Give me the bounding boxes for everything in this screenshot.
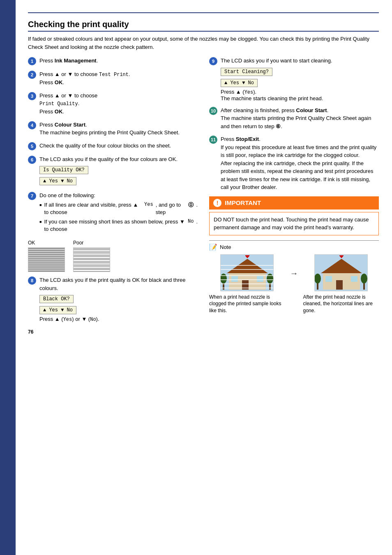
svg-rect-22 xyxy=(325,276,332,282)
nav-yes-no-9: ▲ Yes ▼ No xyxy=(221,79,258,87)
note-after-caption: After the print head nozzle is cleaned, … xyxy=(303,294,379,314)
svg-rect-12 xyxy=(221,275,274,276)
step-9: 9 The LCD asks you if you want to start … xyxy=(209,57,379,101)
step-num-10: 10 xyxy=(209,107,217,115)
step-9-text: The LCD asks you if you want to start cl… xyxy=(221,58,332,64)
ok-pattern xyxy=(28,247,65,272)
step-1-content: Press Ink Management. xyxy=(39,57,198,65)
ok-block: OK xyxy=(28,240,65,272)
step-6-nav: ▲ Yes ▼ No xyxy=(39,177,198,185)
step-8-content: The LCD asks you if the print quality is… xyxy=(39,276,198,322)
lcd-black-ok: Black OK? xyxy=(39,295,74,303)
note-after-image xyxy=(314,254,368,291)
svg-rect-23 xyxy=(351,276,357,282)
main-columns: 1 Press Ink Management. 2 Press ▲ or ▼ t… xyxy=(28,57,379,543)
note-header: 📝 Note xyxy=(209,243,379,251)
step-num-9: 9 xyxy=(209,57,217,65)
important-content: DO NOT touch the print head. Touching th… xyxy=(209,212,379,235)
step-7-item-2: If you can see missing short lines as sh… xyxy=(39,218,198,233)
intro-text: If faded or streaked colours and text ap… xyxy=(28,35,379,51)
step-11: 11 Press Stop/Exit. If you repeat this p… xyxy=(209,135,379,191)
content-area: Checking the print quality If faded or s… xyxy=(16,0,392,555)
step-7: 7 Do one of the following: If all lines … xyxy=(28,191,198,235)
left-col: 1 Press Ink Management. 2 Press ▲ or ▼ t… xyxy=(28,57,198,543)
step-7-list: If all lines are clear and visible, pres… xyxy=(39,201,198,233)
lcd-start-cleaning: Start Cleaning? xyxy=(221,68,272,76)
step-8-after: Press ▲ (Yes) or ▼ (No). xyxy=(39,316,198,322)
step-4-text: Press Colour Start.The machine begins pr… xyxy=(39,122,180,136)
nav-yes-no-6: ▲ Yes ▼ No xyxy=(39,177,76,185)
step-5-text: Check the quality of the four colour blo… xyxy=(39,143,171,149)
note-section: 📝 Note xyxy=(209,240,379,314)
step-num-4: 4 xyxy=(28,121,36,129)
step-2-text: Press ▲ or ▼ to choose Test Print.Press … xyxy=(39,71,130,85)
step-num-3: 3 xyxy=(28,92,36,100)
step-9-after: Press ▲ (Yes).The machine starts cleanin… xyxy=(221,89,379,101)
step-6-lcd: Is Quality OK? xyxy=(39,164,198,176)
poor-label: Poor xyxy=(73,240,110,246)
step-8: 8 The LCD asks you if the print quality … xyxy=(28,276,198,322)
step-4-content: Press Colour Start.The machine begins pr… xyxy=(39,121,198,137)
step-10: 10 After cleaning is finished, press Col… xyxy=(209,106,379,131)
step-11-text: Press Stop/Exit. If you repeat this proc… xyxy=(221,136,376,190)
step-1-bold: Ink Management xyxy=(55,58,97,64)
svg-rect-13 xyxy=(221,279,274,280)
step-1: 1 Press Ink Management. xyxy=(28,57,198,65)
step-10-text: After cleaning is finished, press Colour… xyxy=(221,107,371,129)
nav-yes-no-8: ▲ Yes ▼ No xyxy=(39,306,76,314)
step-num-2: 2 xyxy=(28,71,36,79)
note-before-caption: When a print head nozzle is clogged the … xyxy=(209,294,285,314)
lcd-is-quality: Is Quality OK? xyxy=(39,166,88,174)
step-6-text: The LCD asks you if the quality of the f… xyxy=(39,156,178,162)
note-images: When a print head nozzle is clogged the … xyxy=(209,254,379,314)
note-after-block: After the print head nozzle is cleaned, … xyxy=(303,254,379,314)
step-3-text: Press ▲ or ▼ to choosePrint Quality.Pres… xyxy=(39,92,97,115)
step-4: 4 Press Colour Start.The machine begins … xyxy=(28,121,198,137)
svg-rect-5 xyxy=(257,276,263,282)
step-9-lcd: Start Cleaning? xyxy=(221,66,379,78)
arrow-right: → xyxy=(290,269,298,278)
step-8-text: The LCD asks you if the print quality is… xyxy=(39,277,186,291)
top-border xyxy=(28,12,379,13)
page-number: 76 xyxy=(28,329,198,335)
note-label: Note xyxy=(220,244,231,250)
step-7-text: Do one of the following: xyxy=(39,192,95,198)
important-title: IMPORTANT xyxy=(225,199,261,206)
svg-rect-10 xyxy=(221,265,274,266)
step-11-content: Press Stop/Exit. If you repeat this proc… xyxy=(221,135,379,191)
svg-rect-21 xyxy=(336,280,343,290)
poor-block: Poor xyxy=(73,240,110,272)
important-icon: ! xyxy=(213,199,221,207)
svg-rect-4 xyxy=(231,276,238,282)
step-num-8: 8 xyxy=(28,276,36,285)
important-box: ! IMPORTANT xyxy=(209,196,379,210)
page-title: Checking the print quality xyxy=(28,20,379,32)
step-5-content: Check the quality of the four colour blo… xyxy=(39,142,198,150)
step-8-nav: ▲ Yes ▼ No xyxy=(39,306,198,314)
svg-rect-11 xyxy=(221,269,274,270)
step-1-text: Press Ink Management. xyxy=(39,58,98,64)
step-3-content: Press ▲ or ▼ to choosePrint Quality.Pres… xyxy=(39,92,198,116)
step-6-content: The LCD asks you if the quality of the f… xyxy=(39,155,198,187)
step-num-5: 5 xyxy=(28,142,36,150)
ok-poor-section: OK Poor xyxy=(28,240,198,272)
step-8-lcd: Black OK? xyxy=(39,293,198,305)
poor-pattern xyxy=(73,247,110,272)
step-num-6: 6 xyxy=(28,156,36,164)
svg-rect-15 xyxy=(221,288,274,288)
step-7-item-1: If all lines are clear and visible, pres… xyxy=(39,201,198,216)
right-col: 9 The LCD asks you if you want to start … xyxy=(209,57,379,543)
step-7-content: Do one of the following: If all lines ar… xyxy=(39,191,198,235)
svg-point-9 xyxy=(267,274,273,283)
step-3: 3 Press ▲ or ▼ to choosePrint Quality.Pr… xyxy=(28,92,198,116)
step-10-content: After cleaning is finished, press Colour… xyxy=(221,106,379,131)
step-6: 6 The LCD asks you if the quality of the… xyxy=(28,155,198,187)
step-num-7: 7 xyxy=(28,192,36,200)
step-9-content: The LCD asks you if you want to start cl… xyxy=(221,57,379,101)
page-container: Checking the print quality If faded or s… xyxy=(0,0,392,555)
step-num-11: 11 xyxy=(209,136,217,144)
step-2: 2 Press ▲ or ▼ to choose Test Print.Pres… xyxy=(28,70,198,87)
step-9-nav: ▲ Yes ▼ No xyxy=(221,79,379,87)
step-num-1: 1 xyxy=(28,57,36,65)
step-5: 5 Check the quality of the four colour b… xyxy=(28,142,198,150)
